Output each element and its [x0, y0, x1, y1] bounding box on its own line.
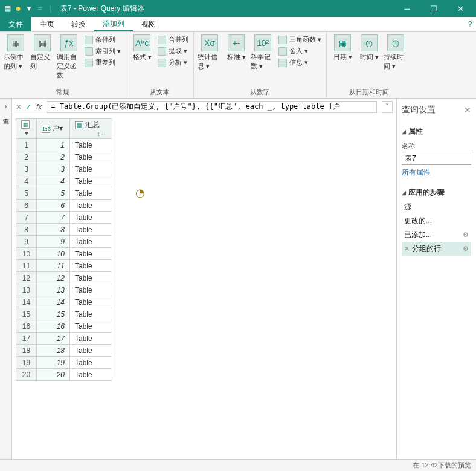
cell-hu[interactable]: 2: [37, 151, 70, 163]
cell-hu[interactable]: 19: [37, 357, 70, 369]
column-header-huizong[interactable]: ▦汇总↕↔: [70, 119, 112, 139]
close-button[interactable]: ✕: [447, 0, 474, 17]
table-row[interactable]: 55Table: [16, 187, 112, 200]
cell-huizong[interactable]: Table: [70, 236, 112, 248]
queries-sidebar-collapsed[interactable]: › 查询: [0, 99, 12, 459]
table-row[interactable]: 66Table: [16, 200, 112, 212]
table-row[interactable]: 1919Table: [16, 357, 112, 369]
qat-icon[interactable]: ▤: [2, 4, 12, 13]
table-row[interactable]: 1818Table: [16, 345, 112, 357]
step-changed[interactable]: 更改的...: [402, 214, 471, 228]
table-row[interactable]: 1313Table: [16, 284, 112, 296]
cell-huizong[interactable]: Table: [70, 212, 112, 224]
parse-button[interactable]: 分析 ▾: [156, 57, 190, 68]
cell-huizong[interactable]: Table: [70, 139, 112, 151]
expand-icon[interactable]: ↕↔: [97, 130, 108, 137]
row-number[interactable]: 16: [16, 320, 37, 333]
row-number[interactable]: 10: [16, 248, 37, 260]
qat-emoji-icon[interactable]: ☻: [13, 4, 23, 13]
duplicate-column-button[interactable]: 重复列: [83, 57, 122, 68]
cell-huizong[interactable]: Table: [70, 260, 112, 272]
cell-huizong[interactable]: Table: [70, 308, 112, 320]
cell-hu[interactable]: 4: [37, 175, 70, 187]
conditional-column-button[interactable]: 条件列: [83, 34, 122, 45]
row-number[interactable]: 3: [16, 163, 37, 175]
row-number[interactable]: 6: [16, 200, 37, 212]
table-row[interactable]: 1616Table: [16, 320, 112, 333]
row-number[interactable]: 19: [16, 357, 37, 369]
cell-huizong[interactable]: Table: [70, 224, 112, 236]
properties-header[interactable]: 属性: [402, 126, 471, 137]
standard-button[interactable]: +-标准 ▾: [224, 34, 248, 62]
cell-hu[interactable]: 7: [37, 212, 70, 224]
table-row[interactable]: 77Table: [16, 212, 112, 224]
rounding-button[interactable]: 舍入 ▾: [277, 46, 323, 56]
cell-huizong[interactable]: Table: [70, 284, 112, 296]
cell-huizong[interactable]: Table: [70, 200, 112, 212]
cell-huizong[interactable]: Table: [70, 296, 112, 308]
step-source[interactable]: 源: [402, 200, 471, 214]
cell-hu[interactable]: 9: [37, 236, 70, 248]
row-number[interactable]: 12: [16, 272, 37, 284]
formula-dropdown-icon[interactable]: ˅: [382, 101, 393, 113]
format-button[interactable]: Aᵇc格式 ▾: [130, 34, 154, 62]
gear-icon[interactable]: ⚙: [463, 231, 469, 239]
time-button[interactable]: ◷时间 ▾: [357, 34, 381, 62]
cell-hu[interactable]: 11: [37, 260, 70, 272]
row-number[interactable]: 18: [16, 345, 37, 357]
table-row[interactable]: 1717Table: [16, 333, 112, 345]
extract-button[interactable]: 提取 ▾: [156, 46, 190, 56]
row-number[interactable]: 7: [16, 212, 37, 224]
tab-transform[interactable]: 转换: [63, 17, 94, 31]
tab-file[interactable]: 文件: [0, 17, 31, 31]
row-number[interactable]: 4: [16, 175, 37, 187]
name-input[interactable]: [402, 152, 471, 165]
cell-huizong[interactable]: Table: [70, 345, 112, 357]
cell-huizong[interactable]: Table: [70, 248, 112, 260]
delete-step-icon[interactable]: ✕: [404, 245, 410, 253]
cell-hu[interactable]: 8: [37, 224, 70, 236]
cell-hu[interactable]: 6: [37, 200, 70, 212]
accept-formula-icon[interactable]: ✓: [25, 103, 31, 111]
row-number[interactable]: 20: [16, 369, 37, 381]
column-header-hu[interactable]: 1₂3户▾: [37, 119, 70, 139]
cell-hu[interactable]: 20: [37, 369, 70, 381]
row-number[interactable]: 15: [16, 308, 37, 320]
cell-hu[interactable]: 3: [37, 163, 70, 175]
cell-huizong[interactable]: Table: [70, 333, 112, 345]
cell-huizong[interactable]: Table: [70, 272, 112, 284]
cell-hu[interactable]: 13: [37, 284, 70, 296]
minimize-button[interactable]: ─: [394, 0, 420, 17]
table-row[interactable]: 1414Table: [16, 296, 112, 308]
cell-huizong[interactable]: Table: [70, 357, 112, 369]
cell-huizong[interactable]: Table: [70, 320, 112, 333]
tab-view[interactable]: 视图: [133, 17, 164, 31]
all-properties-link[interactable]: 所有属性: [402, 167, 471, 178]
table-row[interactable]: 2020Table: [16, 369, 112, 381]
scientific-button[interactable]: 10²科学记数 ▾: [251, 34, 275, 71]
row-number[interactable]: 13: [16, 284, 37, 296]
row-number[interactable]: 1: [16, 139, 37, 151]
fx-icon[interactable]: fx: [36, 103, 42, 111]
row-number[interactable]: 14: [16, 296, 37, 308]
maximize-button[interactable]: ☐: [420, 0, 447, 17]
trig-button[interactable]: 三角函数 ▾: [277, 34, 323, 45]
cell-hu[interactable]: 5: [37, 187, 70, 200]
date-button[interactable]: ▦日期 ▾: [330, 34, 355, 62]
cell-hu[interactable]: 16: [37, 320, 70, 333]
gear-icon[interactable]: ⚙: [463, 245, 469, 253]
cell-hu[interactable]: 14: [37, 296, 70, 308]
applied-steps-header[interactable]: 应用的步骤: [402, 187, 471, 198]
step-added[interactable]: 已添加...⚙: [402, 228, 471, 242]
table-row[interactable]: 1515Table: [16, 308, 112, 320]
table-row[interactable]: 44Table: [16, 175, 112, 187]
cell-hu[interactable]: 10: [37, 248, 70, 260]
cell-huizong[interactable]: Table: [70, 163, 112, 175]
statistics-button[interactable]: Xσ统计信息 ▾: [198, 34, 222, 71]
table-row[interactable]: 1111Table: [16, 260, 112, 272]
info-button[interactable]: 信息 ▾: [277, 57, 323, 68]
cell-huizong[interactable]: Table: [70, 187, 112, 200]
close-panel-icon[interactable]: ✕: [464, 105, 471, 115]
invoke-function-button[interactable]: ƒx调用自定义函数: [57, 34, 81, 80]
table-row[interactable]: 1010Table: [16, 248, 112, 260]
